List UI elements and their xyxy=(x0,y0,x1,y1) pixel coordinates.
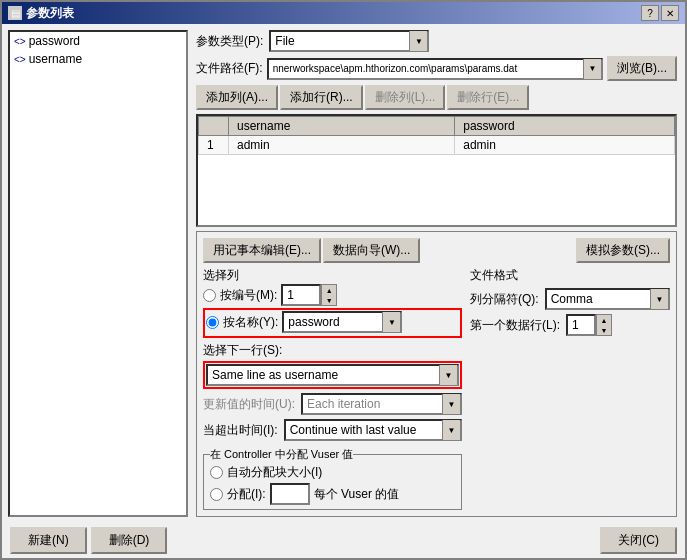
auto-allocate-label: 自动分配块大小(I) xyxy=(227,464,322,481)
allocate-label: 分配(I): xyxy=(227,486,266,503)
close-title-button[interactable]: ✕ xyxy=(661,5,679,21)
file-path-arrow[interactable]: ▼ xyxy=(583,59,601,79)
select-col-label: 选择列 xyxy=(203,268,239,282)
close-button[interactable]: 关闭(C) xyxy=(600,527,677,554)
tree-icon-password: <> xyxy=(14,36,26,47)
allocate-row: 分配(I): 每个 Vuser 的值 xyxy=(210,483,455,505)
delete-button[interactable]: 删除(D) xyxy=(91,527,168,554)
number-input[interactable] xyxy=(281,284,321,306)
delimiter-dropdown[interactable]: Comma ▼ xyxy=(545,288,670,310)
new-button[interactable]: 新建(N) xyxy=(10,527,87,554)
col-right: 文件格式 列分隔符(Q): Comma ▼ 第一个数据行(L): xyxy=(470,267,670,510)
tree-label-password: password xyxy=(29,34,80,48)
edit-notepad-button[interactable]: 用记事本编辑(E)... xyxy=(203,238,321,263)
radio2-highlight: 按名称(Y): password ▼ xyxy=(203,308,462,338)
param-type-row: 参数类型(P): File ▼ xyxy=(196,30,677,52)
select-col-group: 选择列 按编号(M): ▲ ▼ xyxy=(203,267,462,338)
allocate-input[interactable] xyxy=(270,483,310,505)
add-row-button[interactable]: 添加行(R)... xyxy=(280,85,363,110)
delimiter-arrow[interactable]: ▼ xyxy=(650,289,668,309)
radio2-label: 按名称(Y): xyxy=(223,314,278,331)
file-path-row: 文件路径(F): nnerworkspace\apm.hthorizon.com… xyxy=(196,56,677,81)
first-data-label: 第一个数据行(L): xyxy=(470,317,560,334)
row-username: admin xyxy=(229,136,455,155)
param-type-arrow[interactable]: ▼ xyxy=(409,31,427,51)
auto-allocate-row: 自动分配块大小(I) xyxy=(210,464,455,481)
del-col-button[interactable]: 删除列(L)... xyxy=(365,85,446,110)
toolbar-row: 添加列(A)... 添加行(R)... 删除列(L)... 删除行(E)... xyxy=(196,85,677,110)
allocate-suffix: 每个 Vuser 的值 xyxy=(314,486,400,503)
first-data-row: 第一个数据行(L): ▲ ▼ xyxy=(470,314,670,336)
select-next-arrow[interactable]: ▼ xyxy=(439,365,457,385)
param-type-dropdown[interactable]: File ▼ xyxy=(269,30,429,52)
col-left: 选择列 按编号(M): ▲ ▼ xyxy=(203,267,462,510)
update-value-dropdown[interactable]: Each iteration ▼ xyxy=(301,393,462,415)
vuser-group: 在 Controller 中分配 Vuser 值 自动分配块大小(I) 分配(I… xyxy=(203,447,462,510)
radio1-row: 按编号(M): ▲ ▼ xyxy=(203,284,462,306)
timeout-dropdown[interactable]: Continue with last value ▼ xyxy=(284,419,462,441)
first-data-input[interactable] xyxy=(566,314,596,336)
tree-icon-username: <> xyxy=(14,54,26,65)
radio1-label: 按编号(M): xyxy=(220,287,277,304)
col-username-header: username xyxy=(229,117,455,136)
col-name-value: password xyxy=(284,314,382,330)
browse-button[interactable]: 浏览(B)... xyxy=(607,56,677,81)
delimiter-row: 列分隔符(Q): Comma ▼ xyxy=(470,288,670,310)
radio-by-number[interactable] xyxy=(203,289,216,302)
timeout-arrow[interactable]: ▼ xyxy=(442,420,460,440)
update-value-row: 更新值的时间(U): Each iteration ▼ xyxy=(203,393,462,415)
select-next-value: Same line as username xyxy=(208,367,439,383)
first-data-arrows: ▲ ▼ xyxy=(596,314,612,336)
delimiter-value: Comma xyxy=(547,291,650,307)
auto-allocate-radio[interactable] xyxy=(210,466,223,479)
radio-by-name[interactable] xyxy=(206,316,219,329)
allocate-radio[interactable] xyxy=(210,488,223,501)
file-format-label: 文件格式 xyxy=(470,268,518,282)
param-type-value: File xyxy=(271,33,409,49)
col-name-arrow[interactable]: ▼ xyxy=(382,312,400,332)
first-data-down[interactable]: ▼ xyxy=(597,325,611,335)
delimiter-label: 列分隔符(Q): xyxy=(470,291,539,308)
tree-item-username[interactable]: <> username xyxy=(10,50,186,68)
tree-item-password[interactable]: <> password xyxy=(10,32,186,50)
update-value-arrow[interactable]: ▼ xyxy=(442,394,460,414)
tree-label-username: username xyxy=(29,52,82,66)
footer-left: 新建(N) 删除(D) xyxy=(10,527,167,554)
col-password-header: password xyxy=(455,117,675,136)
file-path-input[interactable]: nnerworkspace\apm.hthorizon.com\params\p… xyxy=(267,58,603,80)
col-name-dropdown[interactable]: password ▼ xyxy=(282,311,402,333)
simulate-button[interactable]: 模拟参数(S)... xyxy=(576,238,670,263)
window-content: <> password <> username 参数类型(P): File ▼ … xyxy=(2,24,685,523)
row-password: admin xyxy=(455,136,675,155)
title-buttons: ? ✕ xyxy=(641,5,679,21)
timeout-label: 当超出时间(I): xyxy=(203,422,278,439)
first-data-up[interactable]: ▲ xyxy=(597,315,611,325)
timeout-row: 当超出时间(I): Continue with last value ▼ xyxy=(203,419,462,441)
help-button[interactable]: ? xyxy=(641,5,659,21)
del-row-button[interactable]: 删除行(E)... xyxy=(447,85,529,110)
bottom-cols: 选择列 按编号(M): ▲ ▼ xyxy=(203,267,670,510)
timeout-value: Continue with last value xyxy=(286,422,442,438)
file-format-group: 文件格式 列分隔符(Q): Comma ▼ 第一个数据行(L): xyxy=(470,267,670,336)
bottom-left-btns: 用记事本编辑(E)... 数据向导(W)... xyxy=(203,238,420,263)
spinner-up[interactable]: ▲ xyxy=(322,285,336,295)
tree-panel: <> password <> username xyxy=(8,30,188,517)
data-wizard-button[interactable]: 数据向导(W)... xyxy=(323,238,420,263)
spinner-arrows: ▲ ▼ xyxy=(321,284,337,306)
table-row: 1 admin admin xyxy=(199,136,675,155)
data-table: username password 1 admin admin xyxy=(198,116,675,155)
select-next-dropdown[interactable]: Same line as username ▼ xyxy=(206,364,459,386)
select-next-label: 选择下一行(S): xyxy=(203,342,282,359)
add-col-button[interactable]: 添加列(A)... xyxy=(196,85,278,110)
main-window: ▤ 参数列表 ? ✕ <> password <> username 参数类型(… xyxy=(0,0,687,560)
update-value-value: Each iteration xyxy=(303,396,442,412)
title-bar-left: ▤ 参数列表 xyxy=(8,5,74,22)
param-type-label: 参数类型(P): xyxy=(196,33,263,50)
first-data-spinner: ▲ ▼ xyxy=(566,314,612,336)
title-bar: ▤ 参数列表 ? ✕ xyxy=(2,2,685,24)
spinner-down[interactable]: ▼ xyxy=(322,295,336,305)
footer: 新建(N) 删除(D) 关闭(C) xyxy=(2,523,685,558)
window-title: 参数列表 xyxy=(26,5,74,22)
select-next-highlight: Same line as username ▼ xyxy=(203,361,462,389)
file-path-value: nnerworkspace\apm.hthorizon.com\params\p… xyxy=(269,62,583,75)
